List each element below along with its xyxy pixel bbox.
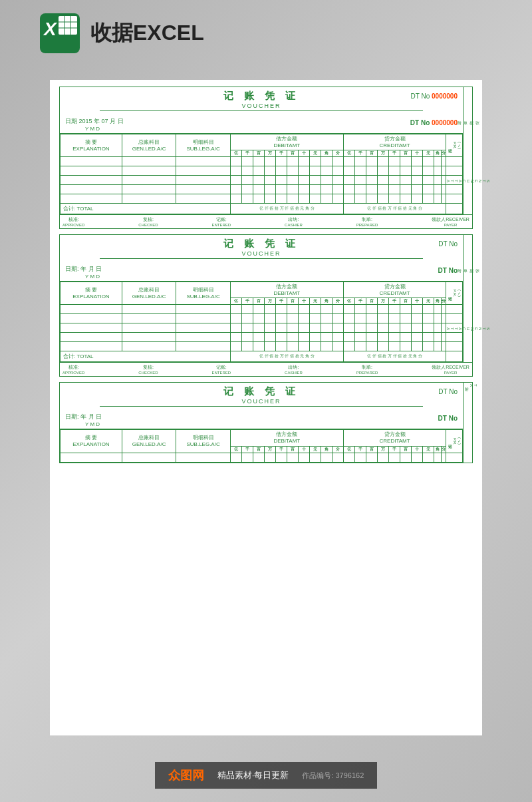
footer-checked: 复核: CHECKED — [138, 216, 158, 227]
v2-total-row: 合计: TOTAL 亿 仟 佰 拾 万 仟 佰 拾 元 角 分 亿 仟 佰 拾 … — [61, 351, 463, 362]
excel-icon: X — [40, 13, 80, 53]
d10: 分 — [332, 150, 343, 157]
c10: 分 — [442, 150, 446, 157]
total-units-debit: 亿 仟 佰 拾 万 仟 佰 拾 元 角 分 — [230, 204, 343, 214]
c8: 元 — [422, 150, 434, 157]
col-credit-header: 贷方金额 CREDITAMT — [343, 134, 446, 150]
voucher-2-table: 摘 要 EXPLANATION 总账科目 GEN.LED.A/C 明细科目 SU… — [60, 282, 463, 362]
voucher-3-title-cn: 记 账 凭 证 — [60, 385, 463, 398]
c6: 百 — [400, 150, 411, 157]
c1: 亿 — [343, 150, 354, 157]
app-header: X 收据EXCEL — [40, 13, 204, 53]
watermark-logo: 众图网 — [168, 767, 204, 783]
total-row: 合计: TOTAL 亿 仟 佰 拾 万 仟 佰 拾 元 角 分 亿 仟 佰 拾 … — [61, 204, 463, 214]
voucher-2-date-row: 日期: 年 月 日 Y M D DT No — [60, 260, 463, 282]
c3: 百 — [366, 150, 377, 157]
table-row — [61, 314, 463, 323]
table-header-row: 摘 要 EXPLANATION 总账科目 GEN.LED.A/C 明细科目 SU… — [61, 134, 463, 150]
total-label: 合计: TOTAL — [61, 204, 231, 214]
voucher-1-table: 摘 要 EXPLANATION 总账科目 GEN.LED.A/C 明细科目 SU… — [60, 134, 463, 214]
col-gen-header: 总账科目 GEN.LED.A/C — [122, 134, 176, 157]
d7: 十 — [298, 150, 309, 157]
watermark-bar: 众图网 精品素材·每日更新 作品编号: 3796162 — [155, 762, 378, 789]
d2: 千 — [241, 150, 253, 157]
voucher-1-footer: 核准: APPROVED 复核: CHECKED 记账: ENTERED 出纳:… — [60, 214, 472, 228]
c4: 万 — [377, 150, 388, 157]
voucher-2-title-en: VOUCHER — [60, 250, 463, 257]
excel-x-letter: X — [44, 19, 57, 40]
voucher-3-table: 摘 要 EXPLANATION 总账科目 GEN.LED.A/C 明细科目 SU… — [60, 429, 463, 462]
d1: 亿 — [230, 150, 241, 157]
voucher-1-number: DT No 0000000 — [411, 93, 458, 100]
col-debit-header: 借方金额 DEBITAMT — [230, 134, 343, 150]
col-explain-header: 摘 要 EXPLANATION — [61, 134, 122, 157]
voucher-2: DT No 记 账 凭 证 VOUCHER 日期: 年 月 日 Y M D — [59, 234, 473, 377]
col-sub-header: 明细科目 SUB.LEG.A/C — [176, 134, 230, 157]
c9: 角 — [434, 150, 442, 157]
voucher-2-footer: 核准: APPROVED 复核: CHECKED 记账: ENTERED 出纳:… — [60, 362, 472, 376]
paper-area: DT No 0000000 记 账 凭 证 VOUCHER 日期 2015 年 … — [50, 80, 482, 735]
voucher-3-header: DT No 记 账 凭 证 VOUCHER — [60, 383, 463, 408]
watermark-code: 作品编号: 3796162 — [302, 771, 364, 781]
table-row — [61, 333, 463, 342]
svg-rect-0 — [59, 16, 77, 35]
watermark: 众图网 精品素材·每日更新 作品编号: 3796162 — [0, 762, 532, 789]
c2: 千 — [354, 150, 366, 157]
voucher-3-number: DT No — [438, 388, 458, 395]
c7: 十 — [411, 150, 422, 157]
voucher-2-title-cn: 记 账 凭 证 — [60, 238, 463, 250]
table-row — [61, 194, 463, 204]
voucher-1-date-row: 日期 2015 年 07 月 日 Y M D DT No 0000000 — [60, 112, 463, 134]
footer-entered: 记账: ENTERED — [212, 216, 231, 227]
attachment-label-3: 附AT — [463, 383, 472, 462]
attachment-label-1: 附单据张 ATTACHMENTS — [463, 87, 472, 214]
voucher-1-header: DT No 0000000 记 账 凭 证 VOUCHER — [60, 87, 463, 112]
d6: 百 — [287, 150, 298, 157]
table-row — [61, 176, 463, 185]
v3-table-header-row: 摘 要 EXPLANATION 总账科目 GEN.LED.A/C 明细科目 SU… — [61, 430, 463, 446]
col-records-header: 记账 P.R. (✓) — [446, 134, 463, 157]
table-row — [61, 305, 463, 314]
voucher-1-title-en: VOUCHER — [60, 102, 463, 109]
footer-approved: 核准: APPROVED — [63, 216, 84, 227]
d4: 万 — [264, 150, 275, 157]
d3: 百 — [253, 150, 264, 157]
footer-receiver: 领款人RECEIVER PAYER — [432, 216, 469, 227]
c5: 千 — [388, 150, 400, 157]
total-units-credit: 亿 仟 佰 拾 万 仟 佰 拾 元 角 分 — [343, 204, 446, 214]
attachment-label-2: 附单据张 ATTACHMENTS — [463, 235, 472, 362]
app-title: 收据EXCEL — [90, 19, 204, 48]
watermark-tagline: 精品素材·每日更新 — [217, 769, 289, 781]
voucher-1-dt: DT No 0000000 — [410, 119, 458, 126]
d9: 角 — [321, 150, 332, 157]
table-row — [61, 342, 463, 351]
d8: 元 — [309, 150, 321, 157]
excel-grid — [59, 16, 77, 35]
voucher-3: DT No 记 账 凭 证 VOUCHER 日期: 年 月 日 Y M D — [59, 382, 473, 463]
voucher-2-number: DT No — [438, 240, 458, 248]
d5: 千 — [275, 150, 287, 157]
footer-prepared: 制单: PREPARED — [356, 216, 378, 227]
table-row — [61, 453, 463, 462]
v2-table-header-row: 摘 要 EXPLANATION 总账科目 GEN.LED.A/C 明细科目 SU… — [61, 282, 463, 298]
voucher-3-title-en: VOUCHER — [60, 398, 463, 405]
voucher-2-dt: DT No — [438, 267, 458, 274]
voucher-1-title-cn: 记 账 凭 证 — [60, 90, 463, 102]
footer-cashier: 出纳: CASHIER — [285, 216, 303, 227]
voucher-2-header: DT No 记 账 凭 证 VOUCHER — [60, 235, 463, 260]
voucher-1: DT No 0000000 记 账 凭 证 VOUCHER 日期 2015 年 … — [59, 87, 473, 229]
table-row — [61, 323, 463, 333]
voucher-3-date-row: 日期: 年 月 日 Y M D DT No — [60, 408, 463, 429]
table-row — [61, 166, 463, 176]
voucher-1-date: 日期 2015 年 07 月 日 — [65, 118, 124, 124]
table-row — [61, 157, 463, 166]
v2-total-label: 合计: TOTAL — [61, 351, 231, 362]
table-row — [61, 185, 463, 194]
voucher-2-date: 日期: 年 月 日 — [65, 266, 102, 272]
